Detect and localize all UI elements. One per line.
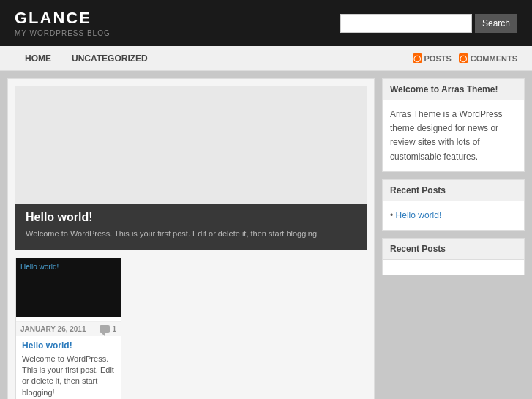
content-area: Hello world! Welcome to WordPress. This … [0,71,532,399]
comment-bubble-icon [100,325,110,333]
site-header: GLANCE MY WORDPRESS BLOG Search [0,0,532,46]
rss-comments-icon: ◯ [459,53,468,63]
sidebar: Welcome to Arras Theme! Arras Theme is a… [382,78,525,399]
post-card-thumb-label: Hello world! [20,263,59,271]
post-card: Hello world! JANUARY 26, 2011 1 Hello wo… [15,258,121,400]
posts-feed-link[interactable]: ◯ POSTS [413,53,452,63]
widget-welcome-title: Welcome to Arras Theme! [383,79,524,100]
post-card-date: JANUARY 26, 2011 [20,325,86,333]
site-subtitle: MY WORDPRESS BLOG [15,29,110,37]
featured-image [15,86,367,204]
widget-recent-posts-2-body [383,260,524,275]
nav-item-home[interactable]: HOME [15,48,61,70]
nav-item-uncategorized[interactable]: UNCATEGORIZED [61,48,158,70]
comments-feed-label: COMMENTS [471,54,517,63]
post-card-title[interactable]: Hello world! [16,336,121,354]
featured-title[interactable]: Hello world! [26,211,356,224]
comments-feed-link[interactable]: ◯ COMMENTS [459,53,517,63]
widget-recent-posts-2-title: Recent Posts [383,239,524,260]
site-title-block: GLANCE MY WORDPRESS BLOG [15,9,110,37]
featured-post: Hello world! Welcome to WordPress. This … [15,86,367,250]
rss-icon: ◯ [413,53,422,63]
nav-left: HOME UNCATEGORIZED [15,48,158,70]
main-nav: HOME UNCATEGORIZED ◯ POSTS ◯ COMMENTS [0,46,532,71]
widget-recent-posts-2: Recent Posts [382,238,525,275]
widget-recent-posts-1: Recent Posts Hello world! [382,179,525,231]
widget-welcome-body: Arras Theme is a WordPress theme designe… [383,100,524,171]
comment-number: 1 [112,325,116,333]
featured-caption: Hello world! Welcome to WordPress. This … [15,204,367,250]
main-column: Hello world! Welcome to WordPress. This … [7,78,375,399]
post-card-thumbnail: Hello world! [16,258,121,317]
widget-recent-posts-1-title: Recent Posts [383,180,524,201]
site-title: GLANCE [15,9,110,28]
posts-feed-label: POSTS [424,54,452,63]
search-button[interactable]: Search [475,14,517,33]
search-input[interactable] [340,14,472,33]
widget-welcome: Welcome to Arras Theme! Arras Theme is a… [382,78,525,172]
post-cards-grid: Hello world! JANUARY 26, 2011 1 Hello wo… [15,258,367,400]
nav-right: ◯ POSTS ◯ COMMENTS [413,53,517,63]
widget-recent-posts-1-body: Hello world! [383,201,524,230]
post-card-text: Welcome to WordPress. This is your first… [16,354,121,399]
recent-post-link-1[interactable]: Hello world! [396,210,442,220]
post-card-meta: JANUARY 26, 2011 1 [16,321,121,336]
featured-excerpt: Welcome to WordPress. This is your first… [26,228,356,240]
post-card-comment-count: 1 [100,325,116,333]
search-form: Search [340,14,517,33]
